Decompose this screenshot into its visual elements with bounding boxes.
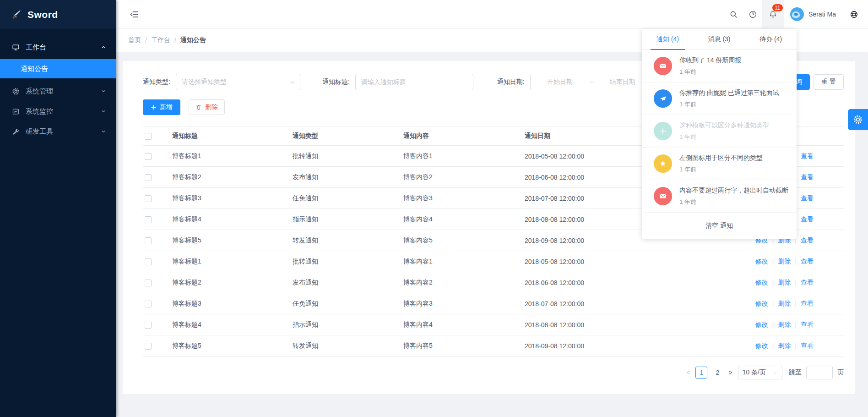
cell-date: 2018-06-08 12:00:00	[525, 272, 752, 293]
row-checkbox[interactable]	[145, 174, 152, 181]
clear-notifications-button[interactable]: 清空 通知	[642, 213, 797, 239]
row-checkbox[interactable]	[145, 322, 152, 329]
help-icon[interactable]	[743, 0, 762, 29]
delete-link[interactable]: 删除	[778, 300, 791, 307]
view-link[interactable]: 查看	[801, 321, 814, 328]
menu-fold-icon	[130, 10, 139, 19]
reset-button[interactable]: 重 置	[814, 74, 844, 90]
view-link[interactable]: 查看	[801, 279, 814, 286]
sidebar-item-system-manage[interactable]: 系统管理	[0, 81, 116, 101]
dove-icon	[654, 89, 672, 108]
notification-title: 这种模板可以区分多种通知类型	[679, 121, 769, 130]
app-logo[interactable]: Sword	[0, 0, 116, 29]
cell-date: 2018-09-08 12:00:00	[525, 335, 752, 357]
sidebar-collapse-button[interactable]	[127, 7, 141, 21]
delete-button[interactable]: 删除	[189, 99, 225, 115]
edit-link[interactable]: 修改	[755, 342, 768, 349]
row-checkbox[interactable]	[145, 343, 152, 350]
page-number-2[interactable]: 2	[712, 367, 723, 379]
row-checkbox[interactable]	[145, 216, 152, 223]
notification-title: 内容不要超过两行字，超出时自动截断	[679, 187, 788, 195]
view-link[interactable]: 查看	[801, 342, 814, 349]
date-separator: ~	[589, 78, 593, 86]
notifications-bell-button[interactable]: 11	[762, 0, 784, 29]
edit-link[interactable]: 修改	[755, 258, 768, 265]
breadcrumb-home[interactable]: 首页	[128, 36, 141, 44]
prev-page-button[interactable]: <	[685, 369, 691, 376]
type-select[interactable]: 请选择通知类型	[176, 74, 300, 90]
row-checkbox[interactable]	[145, 237, 152, 244]
view-link[interactable]: 查看	[801, 152, 814, 159]
cell-title: 博客标题1	[172, 146, 293, 167]
row-checkbox[interactable]	[145, 153, 152, 160]
notification-item[interactable]: 左侧图标用于区分不同的类型 1 年前	[642, 148, 797, 180]
delete-button-label: 删除	[205, 103, 218, 111]
user-name[interactable]: Serati Ma	[808, 11, 836, 18]
search-icon[interactable]	[724, 0, 743, 29]
user-avatar[interactable]	[790, 7, 804, 21]
sidebar-item-label: 系统监控	[26, 107, 101, 116]
breadcrumb-separator: /	[174, 37, 176, 44]
cell-title: 博客标题4	[172, 209, 293, 230]
notification-item[interactable]: 你收到了 14 份新周报 1 年前	[642, 50, 797, 82]
cell-content: 博客内容3	[403, 293, 525, 314]
edit-link[interactable]: 修改	[755, 279, 768, 286]
sidebar-item-notice-active[interactable]: 通知公告	[0, 59, 116, 78]
cell-title: 博客标题5	[172, 230, 293, 251]
table-row: 博客标题3任免通知博客内容32018-07-08 12:00:00修改|删除|查…	[143, 293, 844, 314]
select-all-checkbox[interactable]	[145, 133, 152, 140]
notification-item[interactable]: 内容不要超过两行字，超出时自动截断 1 年前	[642, 180, 797, 213]
row-checkbox[interactable]	[145, 258, 152, 265]
row-checkbox[interactable]	[145, 280, 152, 286]
topbar: 11 Serati Ma	[116, 0, 868, 29]
next-page-button[interactable]: >	[727, 369, 733, 376]
view-link[interactable]: 查看	[801, 300, 814, 307]
row-checkbox[interactable]	[145, 301, 152, 307]
cell-title: 博客标题3	[172, 188, 293, 209]
view-link[interactable]: 查看	[801, 215, 814, 223]
sidebar-item-dev-tools[interactable]: 研发工具	[0, 121, 116, 142]
delete-link[interactable]: 删除	[778, 258, 791, 265]
delete-link[interactable]: 删除	[778, 279, 791, 286]
notification-item[interactable]: 你推荐的 曲妮妮 已通过第三轮面试 1 年前	[642, 82, 797, 115]
sidebar-item-label: 通知公告	[21, 65, 48, 73]
action-separator: |	[795, 321, 797, 328]
column-header-type: 通知类型	[293, 126, 403, 146]
cell-title: 博客标题2	[172, 167, 293, 188]
cell-date: 2018-05-08 12:00:00	[525, 251, 752, 272]
view-link[interactable]: 查看	[801, 236, 814, 244]
delete-link[interactable]: 删除	[778, 321, 791, 328]
mail-icon	[654, 187, 672, 205]
cell-content: 博客内容2	[403, 167, 525, 188]
page-size-select[interactable]: 10 条/页	[738, 366, 782, 379]
add-button[interactable]: 新增	[143, 99, 180, 115]
sidebar-item-system-monitor[interactable]: 系统监控	[0, 101, 116, 121]
notification-item-read[interactable]: 这种模板可以区分多种通知类型 1 年前	[642, 115, 797, 148]
page-size-value: 10 条/页	[743, 368, 766, 377]
chevron-down-icon	[772, 370, 778, 375]
view-link[interactable]: 查看	[801, 194, 814, 202]
tab-todos[interactable]: 待办 (4)	[745, 29, 797, 49]
tab-messages[interactable]: 消息 (3)	[694, 29, 745, 49]
title-input[interactable]	[356, 78, 473, 86]
edit-link[interactable]: 修改	[755, 300, 768, 307]
title-filter-label: 通知标题:	[322, 78, 350, 86]
date-range-picker[interactable]: 开始日期 ~ 结束日期	[530, 74, 652, 90]
page-number-1[interactable]: 1	[695, 367, 707, 379]
notification-time: 1 年前	[679, 165, 763, 174]
table-row: 博客标题4指示通知博客内容42018-08-08 12:00:00修改|删除|查…	[143, 314, 844, 335]
wrench-icon	[12, 128, 20, 136]
view-link[interactable]: 查看	[801, 173, 814, 181]
language-globe-icon[interactable]	[846, 0, 862, 29]
breadcrumb-workbench[interactable]: 工作台	[151, 36, 170, 44]
view-link[interactable]: 查看	[801, 258, 814, 265]
edit-link[interactable]: 修改	[755, 321, 768, 328]
settings-fab-button[interactable]	[848, 109, 868, 130]
delete-link[interactable]: 删除	[778, 342, 791, 349]
add-button-label: 新增	[160, 103, 173, 111]
row-checkbox[interactable]	[145, 195, 152, 202]
jump-page-input[interactable]	[806, 366, 833, 379]
tab-notifications[interactable]: 通知 (4)	[642, 29, 694, 49]
sidebar-item-workbench[interactable]: 工作台	[0, 37, 116, 57]
jump-suffix: 页	[837, 368, 844, 377]
